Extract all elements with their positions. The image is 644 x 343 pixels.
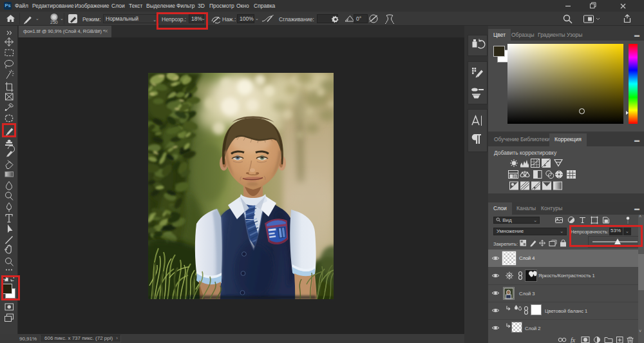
svg-text:fx: fx	[571, 337, 576, 343]
